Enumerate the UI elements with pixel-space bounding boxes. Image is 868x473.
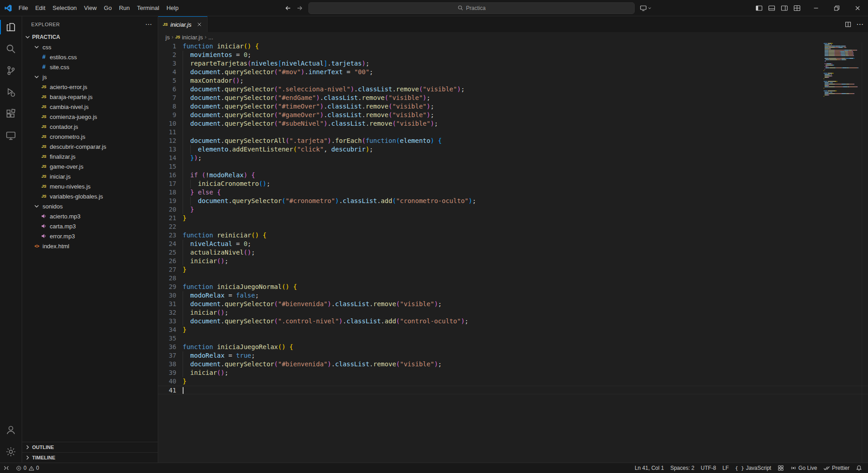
tree-file-finalizar.js[interactable]: JSfinalizar.js bbox=[22, 151, 158, 161]
split-editor-icon[interactable] bbox=[844, 21, 852, 28]
code-line-37: 37 modoRelax = true; bbox=[158, 351, 868, 360]
tree-file-cambia-nivel.js[interactable]: JScambia-nivel.js bbox=[22, 102, 158, 112]
line-number: 3 bbox=[158, 59, 176, 68]
activitybar-remote-explorer-icon[interactable] bbox=[0, 125, 22, 147]
status-language-mode[interactable]: { }JavaScript bbox=[732, 463, 774, 473]
tree-file-acierto.mp3[interactable]: acierto.mp3 bbox=[22, 211, 158, 221]
tree-file-comienza-juego.js[interactable]: JScomienza-juego.js bbox=[22, 112, 158, 122]
tree-file-variables-globales.js[interactable]: JSvariables-globales.js bbox=[22, 191, 158, 201]
menu-view[interactable]: View bbox=[80, 3, 100, 13]
layout-controls bbox=[754, 2, 802, 14]
close-tab-icon[interactable] bbox=[196, 21, 203, 28]
tree-file-baraja-reparte.js[interactable]: JSbaraja-reparte.js bbox=[22, 92, 158, 102]
remote-indicator[interactable] bbox=[0, 463, 13, 473]
explorer-sidebar: EXPLORER ⋯ PRACTICA css#estilos.css#site… bbox=[22, 16, 158, 463]
toggle-secondary-sidebar-icon[interactable] bbox=[779, 2, 789, 14]
audio-file-icon bbox=[40, 233, 47, 239]
menu-file[interactable]: File bbox=[15, 3, 32, 13]
activitybar-extensions-icon[interactable] bbox=[0, 103, 22, 125]
code-line-22: 22 bbox=[158, 222, 868, 231]
breadcrumb-item-iniciar.js[interactable]: JSiniciar.js bbox=[175, 34, 203, 41]
status-indentation[interactable]: Spaces: 2 bbox=[667, 463, 698, 473]
history-back-icon[interactable] bbox=[282, 2, 294, 14]
tree-folder-sonidos[interactable]: sonidos bbox=[22, 201, 158, 211]
code-line-40: 40} bbox=[158, 377, 868, 386]
history-forward-icon[interactable] bbox=[294, 2, 306, 14]
indentation-label: Spaces: 2 bbox=[670, 465, 694, 471]
code-editor[interactable]: 1function iniciar() {2 movimientos = 0;3… bbox=[158, 42, 868, 463]
menu-edit[interactable]: Edit bbox=[32, 3, 49, 13]
menu-go[interactable]: Go bbox=[100, 3, 115, 13]
code-line-5: 5 maxContador(); bbox=[158, 76, 868, 85]
tree-item-label: variables-globales.js bbox=[50, 193, 103, 200]
activitybar-run-debug-icon[interactable] bbox=[0, 81, 22, 103]
outline-panel[interactable]: OUTLINE bbox=[22, 442, 158, 452]
screencast-mode-icon[interactable] bbox=[637, 2, 654, 14]
tree-file-estilos.css[interactable]: #estilos.css bbox=[22, 52, 158, 62]
line-number: 26 bbox=[158, 257, 176, 265]
code-line-29: 29function iniciaJuegoNormal() { bbox=[158, 283, 868, 291]
menu-selection[interactable]: Selection bbox=[49, 3, 80, 13]
restore-icon[interactable] bbox=[826, 0, 847, 16]
tree-file-descubrir-comparar.js[interactable]: JSdescubrir-comparar.js bbox=[22, 142, 158, 151]
tree-file-menu-niveles.js[interactable]: JSmenu-niveles.js bbox=[22, 181, 158, 191]
editor-scrollbar[interactable] bbox=[862, 42, 868, 463]
line-number: 5 bbox=[158, 76, 176, 85]
tree-file-index.html[interactable]: <>index.html bbox=[22, 241, 158, 251]
customize-layout-icon[interactable] bbox=[792, 2, 802, 14]
menu-run[interactable]: Run bbox=[115, 3, 133, 13]
tree-file-game-over.js[interactable]: JSgame-over.js bbox=[22, 161, 158, 171]
audio-file-icon bbox=[40, 223, 47, 229]
menu-terminal[interactable]: Terminal bbox=[133, 3, 163, 13]
tree-file-cronometro.js[interactable]: JScronometro.js bbox=[22, 132, 158, 142]
toggle-primary-sidebar-icon[interactable] bbox=[754, 2, 764, 14]
tree-file-error.mp3[interactable]: error.mp3 bbox=[22, 231, 158, 241]
status-prettier[interactable]: Prettier bbox=[820, 463, 853, 473]
problems-status[interactable]: 0 0 bbox=[13, 463, 42, 473]
activitybar-account-icon[interactable] bbox=[0, 419, 22, 441]
tree-item-label: estilos.css bbox=[50, 54, 77, 61]
timeline-panel[interactable]: TIMELINE bbox=[22, 452, 158, 463]
line-number: 20 bbox=[158, 205, 176, 214]
tree-item-label: cronometro.js bbox=[50, 133, 85, 140]
more-actions-icon[interactable]: ⋯ bbox=[856, 20, 863, 28]
notifications-icon bbox=[856, 465, 862, 471]
tree-file-site.css[interactable]: #site.css bbox=[22, 62, 158, 72]
search-icon bbox=[458, 5, 463, 11]
close-window-icon[interactable] bbox=[847, 0, 868, 16]
tree-folder-js[interactable]: js bbox=[22, 72, 158, 82]
activitybar-explorer-icon[interactable] bbox=[0, 16, 22, 38]
status-go-live[interactable]: Go Live bbox=[787, 463, 820, 473]
code-line-23: 23function reiniciar() { bbox=[158, 231, 868, 240]
tree-item-label: site.css bbox=[50, 64, 69, 71]
tree-item-label: sonidos bbox=[42, 203, 63, 210]
minimize-icon[interactable] bbox=[806, 0, 826, 16]
status-cursor-position[interactable]: Ln 41, Col 1 bbox=[632, 463, 667, 473]
line-number: 32 bbox=[158, 308, 176, 317]
file-tree: css#estilos.css#site.cssjsJSacierto-erro… bbox=[22, 42, 158, 251]
activitybar-settings-icon[interactable] bbox=[0, 441, 22, 463]
section-practica[interactable]: PRACTICA bbox=[22, 32, 158, 42]
command-center-search[interactable]: Practica bbox=[308, 2, 635, 14]
status-notifications[interactable] bbox=[853, 463, 865, 473]
status-eol[interactable]: LF bbox=[719, 463, 732, 473]
tree-file-contador.js[interactable]: JScontador.js bbox=[22, 122, 158, 132]
views-more-actions-icon[interactable]: ⋯ bbox=[145, 20, 152, 28]
status-encoding[interactable]: UTF-8 bbox=[698, 463, 719, 473]
breadcrumb-item-symbols[interactable]: ... bbox=[208, 34, 213, 41]
tree-folder-css[interactable]: css bbox=[22, 42, 158, 52]
tree-file-iniciar.js[interactable]: JSiniciar.js bbox=[22, 171, 158, 181]
status-extension-status[interactable] bbox=[774, 463, 787, 473]
tree-file-acierto-error.js[interactable]: JSacierto-error.js bbox=[22, 82, 158, 92]
line-number: 41 bbox=[158, 386, 176, 394]
toggle-panel-icon[interactable] bbox=[767, 2, 777, 14]
activitybar-source-control-icon[interactable] bbox=[0, 60, 22, 81]
breadcrumb-item-js[interactable]: js bbox=[165, 34, 170, 41]
js-file-icon: JS bbox=[40, 114, 47, 119]
line-number: 29 bbox=[158, 283, 176, 291]
line-number: 16 bbox=[158, 171, 176, 180]
menu-help[interactable]: Help bbox=[163, 3, 182, 13]
tab-iniciar-js[interactable]: JS iniciar.js bbox=[158, 16, 208, 32]
tree-file-carta.mp3[interactable]: carta.mp3 bbox=[22, 221, 158, 231]
activitybar-search-icon[interactable] bbox=[0, 38, 22, 60]
